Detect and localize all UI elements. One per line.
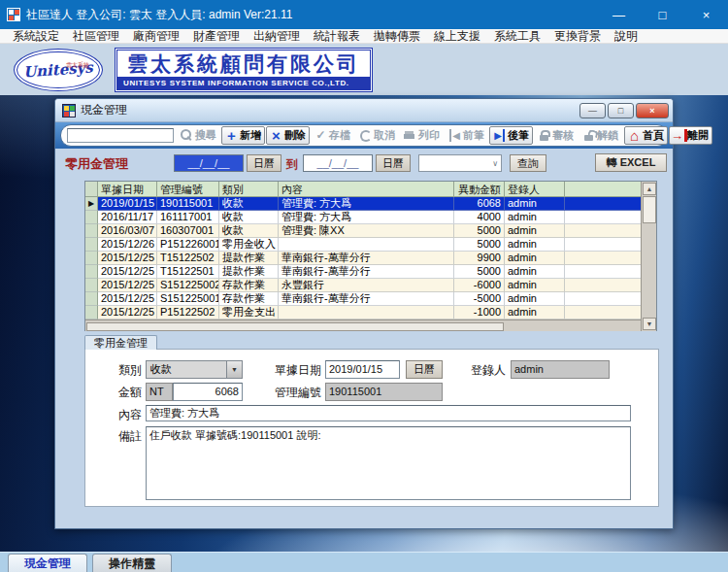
- cell-filler: [565, 197, 642, 211]
- toolbar-button-lock[interactable]: 審核: [534, 126, 578, 145]
- taskbar: 現金管理 操作精靈: [0, 552, 728, 572]
- cash-window-titlebar[interactable]: 現金管理 — □ ×: [55, 99, 673, 122]
- app-icon: [7, 8, 20, 21]
- cell-filler: [565, 252, 642, 265]
- home-button[interactable]: 首頁: [624, 126, 668, 145]
- form-tab[interactable]: 零用金管理: [84, 335, 157, 350]
- grid-column-header[interactable]: 單據日期: [98, 182, 157, 197]
- toolbar-button-next[interactable]: 後筆: [489, 126, 533, 145]
- toolbar-button-unlock[interactable]: 解鎖: [579, 126, 622, 145]
- cell-content: [279, 306, 454, 320]
- menu-item-3[interactable]: 廠商管理: [126, 29, 186, 44]
- cell-type: 收款: [219, 197, 279, 211]
- table-row[interactable]: 2015/12/25T15122502提款作業華南銀行-萬華分行9900admi…: [85, 252, 642, 265]
- scroll-down-icon[interactable]: ▼: [643, 318, 656, 330]
- taskbar-item-wizard[interactable]: 操作精靈: [92, 554, 172, 572]
- date-to-input[interactable]: __/__/__: [303, 154, 373, 172]
- search-input[interactable]: [67, 128, 174, 143]
- table-row[interactable]: 2015/12/26P151226001零用金收入5000admin: [85, 238, 642, 252]
- grid-column-header[interactable]: 類別: [219, 182, 279, 197]
- grid-column-header[interactable]: 內容: [279, 182, 454, 197]
- table-row[interactable]: ▶2019/01/15190115001收款管理費: 方大爲6068admin: [85, 197, 642, 211]
- toolbar-button-cross[interactable]: 刪除: [266, 126, 310, 145]
- cell-type: 存款作業: [219, 292, 279, 306]
- row-marker: [85, 211, 98, 224]
- menu-item-6[interactable]: 統計報表: [307, 29, 367, 44]
- exit-button[interactable]: 離開: [669, 126, 712, 145]
- date-from-input[interactable]: __/__/__: [174, 154, 244, 172]
- minimize-button[interactable]: —: [597, 0, 641, 29]
- menu-item-9[interactable]: 系統工具: [487, 29, 547, 44]
- maximize-button[interactable]: □: [641, 0, 684, 29]
- cash-close-button[interactable]: ×: [636, 103, 669, 118]
- content-input[interactable]: 管理費: 方大爲: [146, 405, 631, 421]
- cell-date: 2016/03/07: [98, 224, 157, 238]
- form-calendar-button[interactable]: 日曆: [406, 360, 443, 379]
- app-title: 社區達人 登入公司: 雲太 登入人員: admin Ver:21.11: [26, 7, 293, 23]
- type-dropdown[interactable]: 收款 ▼: [146, 360, 243, 379]
- to-label: 到: [286, 156, 298, 173]
- cell-type: 零用金收入: [219, 238, 279, 252]
- cell-content: 管理費: 陳XX: [279, 224, 454, 238]
- content-label: 內容: [103, 407, 142, 423]
- cash-maximize-button[interactable]: □: [608, 103, 634, 118]
- cell-number: T15122501: [157, 265, 219, 279]
- table-row[interactable]: 2016/11/17161117001收款管理費: 方大爲4000admin: [85, 211, 642, 224]
- toolbar-button-label: 取消: [374, 128, 395, 143]
- doc-date-label: 單據日期: [263, 362, 321, 379]
- grid-table: 單據日期管理編號類別內容異動金額登錄人 ▶2019/01/15190115001…: [85, 182, 642, 320]
- menu-item-8[interactable]: 線上支援: [427, 29, 487, 44]
- toolbar: 搜尋新增刪除存檔取消列印前筆後筆審核解鎖 首頁 離開: [60, 124, 668, 147]
- grid-column-header[interactable]: 登錄人: [505, 182, 565, 197]
- toolbar-button-prev[interactable]: 前筆: [445, 126, 488, 145]
- export-excel-button[interactable]: 轉 EXCEL: [595, 153, 667, 172]
- menu-item-2[interactable]: 社區管理: [66, 29, 126, 44]
- query-button[interactable]: 查詢: [510, 154, 546, 172]
- table-row[interactable]: 2015/12/25S151225001存款作業華南銀行-萬華分行-5000ad…: [85, 292, 642, 306]
- menu-item-10[interactable]: 更換背景: [547, 29, 608, 44]
- grid-column-header[interactable]: 異動金額: [454, 182, 505, 197]
- toolbar-button-search[interactable]: 搜尋: [177, 126, 220, 145]
- toolbar-button-label: 解鎖: [597, 128, 618, 143]
- menu-item-11[interactable]: 說明: [608, 29, 645, 44]
- company-name-en: UNITESYS SYSTEM INFORMATION SERVICE CO.,…: [117, 77, 370, 89]
- menu-item-5[interactable]: 出納管理: [247, 29, 307, 44]
- close-button[interactable]: ×: [684, 0, 728, 29]
- app-titlebar: 社區達人 登入公司: 雲太 登入人員: admin Ver:21.11 — □ …: [0, 0, 728, 29]
- toolbar-strip: 搜尋新增刪除存檔取消列印前筆後筆審核解鎖 首頁 離開: [55, 122, 673, 149]
- grid-column-header[interactable]: 管理編號: [157, 182, 219, 197]
- cash-management-window: 現金管理 — □ × 搜尋新增刪除存檔取消列印前筆後筆審核解鎖 首頁: [54, 98, 674, 529]
- filter-select[interactable]: ∨: [418, 154, 502, 172]
- horizontal-scrollbar-thumb[interactable]: [86, 322, 504, 331]
- toolbar-button-undo[interactable]: 取消: [355, 126, 399, 145]
- cash-window-body: 零用金管理 __/__/__ 日曆 到 __/__/__ 日曆 ∨ 查詢 轉 E…: [55, 149, 673, 528]
- table-row[interactable]: 2015/12/25P15122502零用金支出-1000admin: [85, 306, 642, 320]
- cell-content: 華南銀行-萬華分行: [279, 292, 454, 306]
- cash-minimize-button[interactable]: —: [579, 103, 606, 118]
- vertical-scrollbar[interactable]: ▲ ▼: [641, 182, 656, 331]
- menu-item-4[interactable]: 財產管理: [186, 29, 247, 44]
- cell-amount: 5000: [454, 265, 505, 279]
- horizontal-scrollbar[interactable]: [85, 320, 642, 331]
- toolbar-button-plus[interactable]: 新增: [221, 126, 265, 145]
- taskbar-item-cash-management[interactable]: 現金管理: [8, 554, 87, 572]
- menu-item-7[interactable]: 拋轉傳票: [367, 29, 427, 44]
- cell-date: 2015/12/26: [98, 238, 157, 252]
- scroll-up-icon[interactable]: ▲: [643, 183, 656, 195]
- calendar-to-button[interactable]: 日曆: [376, 154, 411, 172]
- cell-date: 2015/12/25: [98, 292, 157, 306]
- toolbar-button-print[interactable]: 列印: [400, 126, 444, 145]
- doc-date-input[interactable]: 2019/01/15: [325, 360, 400, 379]
- calendar-from-button[interactable]: 日曆: [247, 154, 281, 172]
- table-row[interactable]: 2015/12/25S151225002存款作業永豐銀行-6000admin: [85, 279, 642, 292]
- toolbar-button-check[interactable]: 存檔: [311, 126, 354, 145]
- amount-input[interactable]: 6068: [173, 383, 243, 401]
- table-row[interactable]: 2016/03/07160307001收款管理費: 陳XX5000admin: [85, 224, 642, 238]
- next-icon: [493, 129, 506, 142]
- table-row[interactable]: 2015/12/25T15122501提款作業華南銀行-萬華分行5000admi…: [85, 265, 642, 279]
- toolbar-left: 搜尋新增刪除存檔取消列印前筆後筆審核解鎖: [177, 126, 622, 145]
- dropdown-arrow-icon[interactable]: ▼: [226, 361, 242, 378]
- vertical-scrollbar-thumb[interactable]: [643, 196, 656, 223]
- note-textarea[interactable]: 住戶收款 單據號碼:190115001 說明:: [146, 426, 631, 500]
- menu-item-1[interactable]: 系統設定: [6, 29, 66, 44]
